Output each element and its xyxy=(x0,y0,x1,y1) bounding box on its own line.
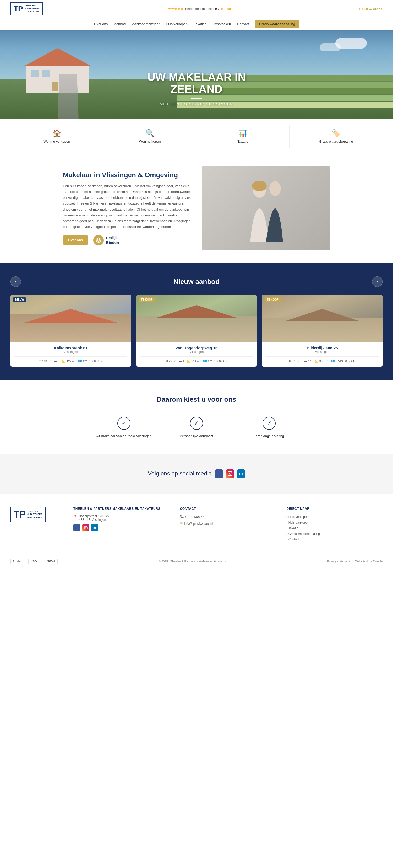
property-image-1: TE KOOP xyxy=(136,295,257,342)
house-buy-icon: 🔍 xyxy=(106,129,194,137)
over-ons-button[interactable]: Over ons xyxy=(63,236,88,245)
nav-contact[interactable]: Contact xyxy=(237,22,249,26)
check-icon-2: ✓ xyxy=(263,417,275,430)
hero-content: UW MAKELAAR IN ZEELAND MET EEN FOCUS OP … xyxy=(147,71,246,119)
privacy-statement-link[interactable]: Privacy statement xyxy=(327,560,350,563)
gratis-icon: 🏷️ xyxy=(292,129,380,137)
svg-rect-3 xyxy=(228,472,232,476)
rating-score: 9,3 xyxy=(215,7,220,11)
service-taxatie[interactable]: 📊 Taxatie xyxy=(197,125,290,148)
social-icons: f in xyxy=(215,469,245,478)
service-label-0: Woning verkopen xyxy=(13,140,101,144)
nav-aankoopmakelaar[interactable]: Aankoopmakelaar xyxy=(132,22,160,26)
svg-point-1 xyxy=(252,181,267,191)
footer-social-icons: f in xyxy=(73,524,169,531)
svg-point-7 xyxy=(85,527,86,528)
check-icon-0: ✓ xyxy=(118,417,130,430)
logo[interactable]: TP THEELEN & PARTNERS makelaars xyxy=(10,2,43,16)
svg-point-2 xyxy=(269,181,281,196)
property-badge-2: TE KOOP xyxy=(265,298,281,302)
property-image-2: TE KOOP xyxy=(262,295,383,342)
why-item-0: ✓ #1 makelaar van de regio Vlissingen xyxy=(92,417,156,438)
why-item-1: ✓ Persoonlijke aandacht xyxy=(164,417,229,438)
footer-copyright: © 2025 - Theelen & Partners makelaars en… xyxy=(159,560,226,563)
about-title: Makelaar in Vlissingen & Omgeving xyxy=(63,171,191,179)
property-specs-1: ⊞ 75 m² 🛏 4 📐 214 m² 💶 € 289.000,- k.k. xyxy=(140,356,253,363)
hero-subtitle: MET EEN FOCUS OP VLISSINGEN xyxy=(147,102,246,106)
location-icon: 📍 xyxy=(73,515,77,519)
header: TP THEELEN & PARTNERS makelaars ★★★★★ Be… xyxy=(0,0,393,30)
logo-tp: TP xyxy=(13,5,23,12)
footer-link-contact[interactable]: › Contact xyxy=(286,537,383,542)
header-phone[interactable]: 0118-430777 xyxy=(359,6,383,11)
footer-link-taxatie[interactable]: › Taxatie xyxy=(286,526,383,531)
property-badge-0: NIEUW xyxy=(13,298,26,302)
nav-taxaties[interactable]: Taxaties xyxy=(194,22,206,26)
property-location-1: Vlissingen xyxy=(140,350,253,354)
footer-email[interactable]: info@tpmakelaars.nl xyxy=(184,521,213,527)
footer-links-col: DIRECT NAAR › Huis verkopen › Huis aanko… xyxy=(286,507,383,542)
property-location-0: Vlissingen xyxy=(14,350,127,354)
service-woning-verkopen[interactable]: 🏠 Woning verkopen xyxy=(10,125,103,148)
footer-phone[interactable]: 0118-430777 xyxy=(186,514,204,520)
property-grid: NIEUW Kalkoensprenk 61 Vlissingen ⊞ 113 … xyxy=(10,295,383,367)
footer-bottom: funda VBO NWWI © 2025 - Theelen & Partne… xyxy=(10,553,383,564)
linkedin-icon[interactable]: in xyxy=(237,469,245,478)
footer-link-aankopen[interactable]: › Huis aankopen xyxy=(286,520,383,526)
footer-link-verkopen[interactable]: › Huis verkopen xyxy=(286,514,383,520)
footer-address: Badhijsstraat 123-127 4381 LR Vlissingen xyxy=(79,514,109,522)
property-card-1[interactable]: TE KOOP Van Hogendorpweg 16 Vlissingen ⊞… xyxy=(136,295,257,367)
footer-contact-col: CONTACT 📞 0118-430777 ✉ info@tpmakelaars… xyxy=(180,507,276,542)
property-location-2: Vlissingen xyxy=(266,350,379,354)
gratis-waardebepaling-button[interactable]: Gratis waardebepaling xyxy=(255,20,299,28)
instagram-icon[interactable] xyxy=(226,469,234,478)
footer-instagram-icon[interactable] xyxy=(82,524,89,531)
footer-link-waardebepaling[interactable]: › Gratis waardebepaling xyxy=(286,531,383,537)
about-body: Een huis kopen, verkopen, huren of verhu… xyxy=(63,183,191,230)
hero-title: UW MAKELAAR IN ZEELAND xyxy=(147,71,246,95)
footer-facebook-icon[interactable]: f xyxy=(73,524,80,531)
footer: TP THEELEN & PARTNERS makelaars THEELEN … xyxy=(0,494,393,572)
social-section: Volg ons op social media f in xyxy=(0,454,393,494)
service-label-2: Taxatie xyxy=(199,140,287,144)
property-name-1: Van Hogendorpweg 16 xyxy=(140,346,253,350)
property-card-2[interactable]: TE KOOP Bilderdijklaan 25 Vlissingen ⊞ 1… xyxy=(262,295,383,367)
hero-section: UW MAKELAAR IN ZEELAND MET EEN FOCUS OP … xyxy=(0,30,393,119)
prev-property-button[interactable]: ‹ xyxy=(10,276,21,287)
check-icon-1: ✓ xyxy=(190,417,203,430)
email-icon: ✉ xyxy=(180,522,183,525)
property-name-2: Bilderdijklaan 25 xyxy=(266,346,379,350)
svg-point-4 xyxy=(229,473,231,474)
footer-contact-title: CONTACT xyxy=(180,507,276,510)
next-property-button[interactable]: › xyxy=(372,276,383,287)
nwwi-badge: NWWI xyxy=(44,559,58,564)
eerlijk-bieden: EerlijkBieden xyxy=(93,235,119,245)
property-image-0: NIEUW xyxy=(10,295,131,342)
footer-company-col: THEELEN & PARTNERS MAKELAARS EN TAXATEUR… xyxy=(73,507,169,542)
team-image xyxy=(240,174,292,242)
service-bar: 🏠 Woning verkopen 🔍 Woning kopen 📊 Taxat… xyxy=(0,119,393,153)
nav-hypotheken[interactable]: Hypotheken xyxy=(213,22,231,26)
why-item-2: ✓ Jarenlange ervaring xyxy=(237,417,301,438)
nav-huis-verkopen[interactable]: Huis verkopen xyxy=(166,22,188,26)
property-card-0[interactable]: NIEUW Kalkoensprenk 61 Vlissingen ⊞ 113 … xyxy=(10,295,131,367)
nav-over-ons[interactable]: Over ons xyxy=(94,22,108,26)
taxatie-icon: 📊 xyxy=(199,129,287,137)
funda-link[interactable]: op Funda xyxy=(221,7,234,11)
website-credit-link[interactable]: Website door Troopie xyxy=(355,560,383,563)
rating-block: ★★★★★ Beoordeeld met een 9,3 op Funda xyxy=(168,7,234,11)
property-badge-1: TE KOOP xyxy=(139,298,155,302)
about-text: Makelaar in Vlissingen & Omgeving Een hu… xyxy=(63,171,191,245)
nav-aanbod[interactable]: Aanbod xyxy=(114,22,126,26)
aanbod-section: ‹ Nieuw aanbod › NIEUW Kalkoensprenk 61 … xyxy=(0,263,393,380)
stars-icon: ★★★★★ xyxy=(168,7,184,11)
about-section: Makelaar in Vlissingen & Omgeving Een hu… xyxy=(53,153,340,263)
facebook-icon[interactable]: f xyxy=(215,469,223,478)
service-woning-kopen[interactable]: 🔍 Woning kopen xyxy=(103,125,197,148)
house-sell-icon: 🏠 xyxy=(13,129,101,137)
footer-linkedin-icon[interactable]: in xyxy=(91,524,98,531)
social-title-text: Volg ons op social media xyxy=(148,470,211,477)
why-title: Daarom kiest u voor ons xyxy=(10,396,383,404)
service-gratis-waardebepaling[interactable]: 🏷️ Gratis waardebepaling xyxy=(290,125,383,148)
aanbod-title: Nieuw aanbod xyxy=(21,278,372,286)
